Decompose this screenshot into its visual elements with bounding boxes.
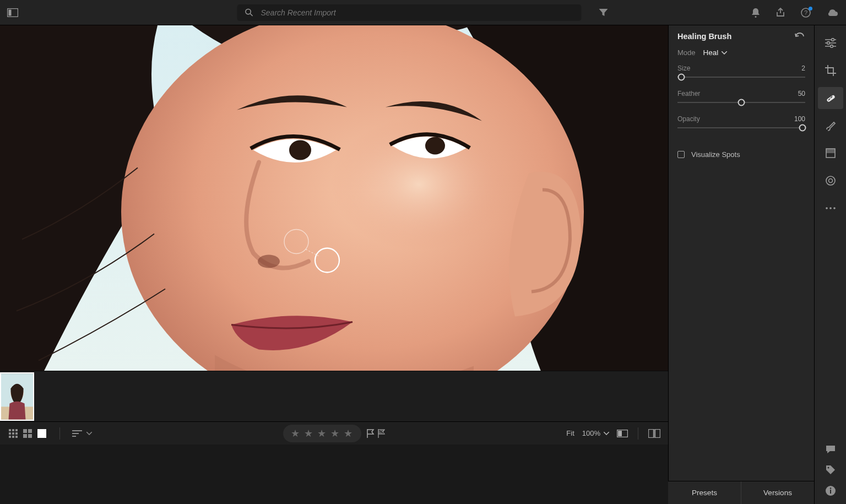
chevron-down-icon (604, 432, 609, 435)
svg-rect-29 (23, 429, 27, 433)
zoom-dropdown[interactable]: 100% (582, 429, 609, 437)
svg-rect-40 (649, 429, 654, 437)
feather-value[interactable]: 50 (798, 90, 805, 97)
info-icon[interactable] (825, 485, 836, 496)
svg-point-13 (258, 255, 280, 268)
search-input-container[interactable] (237, 4, 582, 21)
sort-dropdown[interactable] (72, 430, 92, 437)
original-toggle-icon[interactable] (617, 430, 628, 437)
thumbnail-selected[interactable] (0, 372, 34, 421)
star-icon[interactable]: ★ (304, 427, 314, 440)
star-icon[interactable]: ★ (344, 427, 354, 440)
flag-reject-icon[interactable] (378, 429, 386, 438)
svg-rect-28 (15, 436, 18, 438)
edit-sliders-icon[interactable] (818, 32, 843, 54)
star-icon[interactable]: ★ (330, 427, 340, 440)
cloud-icon[interactable] (826, 8, 838, 17)
visualize-spots-label: Visualize Spots (691, 150, 740, 159)
mode-label: Mode (677, 48, 696, 57)
chevron-down-icon (86, 432, 92, 435)
visualize-spots-row[interactable]: Visualize Spots (677, 150, 805, 159)
svg-text:?: ? (804, 9, 807, 16)
zoom-value: 100% (582, 429, 600, 437)
svg-point-48 (830, 45, 833, 48)
linear-gradient-icon[interactable] (818, 142, 843, 164)
main-photo[interactable] (0, 25, 668, 371)
more-icon[interactable] (818, 197, 843, 219)
svg-point-56 (826, 207, 828, 209)
svg-rect-53 (826, 149, 835, 153)
bell-icon[interactable] (751, 8, 760, 18)
tag-icon[interactable] (825, 464, 836, 475)
svg-rect-25 (15, 432, 18, 435)
svg-rect-39 (618, 431, 622, 436)
svg-rect-20 (9, 429, 11, 431)
svg-point-12 (425, 137, 445, 155)
svg-rect-22 (15, 429, 18, 431)
svg-rect-23 (9, 432, 11, 435)
feather-slider[interactable] (677, 97, 805, 107)
svg-rect-1 (9, 9, 12, 15)
flag-pick-icon[interactable] (367, 429, 375, 438)
svg-point-58 (833, 207, 836, 209)
svg-rect-21 (12, 429, 14, 431)
svg-point-2 (246, 9, 251, 14)
reset-icon[interactable] (794, 32, 805, 40)
crop-icon[interactable] (818, 59, 843, 82)
star-rating[interactable]: ★ ★ ★ ★ ★ (283, 425, 361, 442)
single-view-icon[interactable] (36, 428, 47, 439)
svg-point-54 (826, 176, 835, 185)
compare-icon[interactable] (648, 429, 660, 438)
svg-rect-41 (655, 429, 660, 437)
feather-label: Feather (677, 90, 700, 97)
opacity-slider[interactable] (677, 123, 805, 133)
star-icon[interactable]: ★ (317, 427, 327, 440)
size-value[interactable]: 2 (801, 64, 805, 72)
filter-icon[interactable] (598, 7, 609, 18)
svg-rect-27 (12, 436, 14, 438)
checkbox-icon[interactable] (677, 151, 685, 158)
help-icon[interactable]: ? (801, 8, 811, 18)
panel-title: Healing Brush (677, 32, 731, 41)
fit-label[interactable]: Fit (566, 429, 574, 437)
radial-gradient-icon[interactable] (818, 170, 843, 192)
svg-line-3 (250, 14, 252, 16)
size-slider[interactable] (677, 72, 805, 82)
share-icon[interactable] (776, 8, 785, 18)
star-icon[interactable]: ★ (291, 427, 301, 440)
svg-rect-26 (9, 436, 11, 438)
grid-large-icon[interactable] (22, 428, 33, 439)
svg-rect-61 (830, 490, 831, 494)
svg-marker-4 (599, 9, 608, 16)
svg-point-11 (289, 140, 311, 160)
svg-rect-49 (826, 95, 836, 102)
svg-point-59 (827, 467, 829, 469)
healing-brush-icon[interactable] (818, 87, 843, 109)
notification-dot-icon (809, 7, 812, 10)
svg-point-62 (829, 487, 831, 489)
chevron-down-icon (722, 51, 727, 55)
svg-rect-33 (37, 429, 46, 438)
bottom-toolbar: ★ ★ ★ ★ ★ Fit 100% (0, 421, 668, 445)
svg-point-5 (755, 16, 757, 18)
size-label: Size (677, 64, 690, 72)
opacity-value[interactable]: 100 (794, 115, 805, 123)
panel-toggle-icon[interactable] (7, 7, 19, 19)
svg-rect-31 (23, 434, 27, 438)
grid-small-icon[interactable] (8, 428, 19, 439)
search-input[interactable] (260, 8, 574, 18)
svg-point-55 (828, 179, 832, 183)
tab-versions[interactable]: Versions (741, 481, 814, 504)
svg-rect-30 (28, 429, 32, 433)
brush-icon[interactable] (818, 115, 843, 137)
opacity-label: Opacity (677, 115, 700, 123)
mode-dropdown[interactable]: Heal (703, 48, 728, 57)
search-icon (245, 8, 253, 17)
svg-rect-24 (12, 432, 14, 435)
svg-point-57 (829, 207, 832, 209)
svg-point-44 (831, 39, 834, 41)
tab-presets[interactable]: Presets (668, 481, 741, 504)
svg-point-46 (827, 42, 829, 45)
comment-icon[interactable] (825, 445, 836, 454)
filmstrip[interactable] (0, 371, 668, 421)
